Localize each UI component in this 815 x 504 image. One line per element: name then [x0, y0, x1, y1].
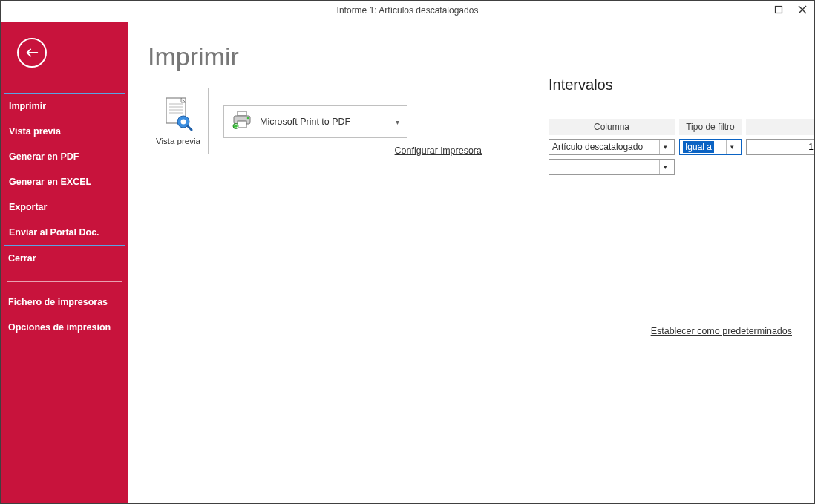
configure-printer-link[interactable]: Configurar impresora: [223, 145, 482, 156]
printer-dropdown[interactable]: Microsoft Print to PDF ▾: [223, 105, 408, 138]
chevron-down-icon[interactable]: ▾: [659, 160, 671, 174]
sidebar: Imprimir Vista previa Generar en PDF Gen…: [1, 22, 128, 503]
titlebar: Informe 1: Artículos descatalogados: [1, 1, 814, 22]
svg-rect-0: [776, 7, 782, 13]
content-area: Imprimir Vista previ: [128, 22, 814, 503]
sidebar-item-generar-pdf[interactable]: Generar en PDF: [4, 144, 125, 169]
columna-combo-row2[interactable]: ▾: [549, 159, 675, 175]
sidebar-item-opciones-impresion[interactable]: Opciones de impresión: [4, 315, 125, 340]
tipo-filtro-value-row1: Igual a: [683, 141, 714, 153]
filtro-cell-row1: [746, 139, 814, 155]
chevron-down-icon: ▾: [396, 118, 399, 126]
sidebar-item-cerrar[interactable]: Cerrar: [4, 246, 125, 271]
tipo-filtro-combo-row1[interactable]: Igual a ▾: [679, 139, 742, 155]
filtro-input-row1[interactable]: [746, 139, 814, 155]
sidebar-item-exportar[interactable]: Exportar: [4, 194, 125, 220]
svg-point-9: [181, 120, 186, 125]
columna-combo-row1[interactable]: Artículo descatalogado ▾: [549, 139, 675, 155]
sidebar-item-vista-previa[interactable]: Vista previa: [4, 119, 125, 144]
header-columna: Columna: [549, 119, 675, 135]
document-preview-icon: [163, 96, 193, 132]
set-default-link[interactable]: Establecer como predeterminados: [651, 326, 792, 336]
print-dialog-window: Informe 1: Artículos descatalogados Impr…: [0, 0, 815, 504]
sidebar-separator: [7, 281, 122, 282]
chevron-down-icon[interactable]: ▾: [726, 140, 738, 154]
close-icon[interactable]: [793, 2, 811, 17]
sidebar-item-enviar-portal[interactable]: Enviar al Portal Doc.: [4, 220, 125, 245]
back-button[interactable]: [17, 38, 47, 68]
maximize-icon[interactable]: [770, 2, 788, 17]
intervalos-title: Intervalos: [549, 76, 814, 94]
window-controls: [770, 2, 811, 17]
header-tipo-filtro: Tipo de filtro: [679, 119, 742, 135]
svg-line-10: [188, 126, 192, 130]
sidebar-item-fichero-impresoras[interactable]: Fichero de impresoras: [4, 289, 125, 315]
svg-rect-13: [238, 121, 246, 128]
vista-previa-button[interactable]: Vista previa: [148, 88, 209, 154]
svg-rect-11: [238, 111, 246, 116]
header-filtro: Filtro: [746, 119, 814, 135]
window-title: Informe 1: Artículos descatalogados: [337, 5, 479, 16]
intervalos-panel: Intervalos Columna Tipo de filtro Filtro…: [549, 76, 814, 175]
svg-point-14: [247, 117, 249, 120]
printer-icon: [232, 111, 252, 133]
vista-previa-label: Vista previa: [156, 137, 200, 145]
columna-value-row1: Artículo descatalogado: [552, 142, 656, 152]
sidebar-item-generar-excel[interactable]: Generar en EXCEL: [4, 169, 125, 194]
printer-name: Microsoft Print to PDF: [260, 117, 396, 127]
page-title: Imprimir: [148, 42, 814, 71]
sidebar-item-imprimir[interactable]: Imprimir: [4, 94, 125, 119]
sidebar-group-highlighted: Imprimir Vista previa Generar en PDF Gen…: [4, 93, 125, 246]
chevron-down-icon[interactable]: ▾: [659, 140, 671, 154]
